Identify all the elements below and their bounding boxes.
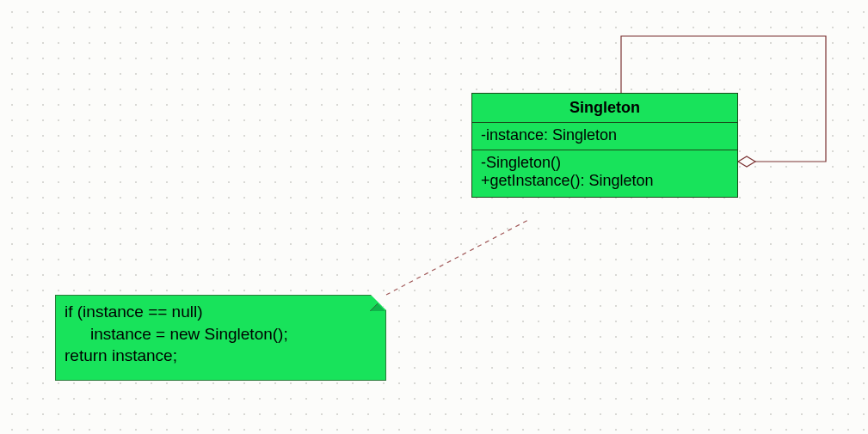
class-operation: +getInstance(): Singleton	[481, 172, 729, 190]
aggregation-diamond-icon	[738, 156, 755, 167]
class-operations: -Singleton() +getInstance(): Singleton	[472, 150, 737, 197]
note-line: if (instance == null)	[65, 301, 377, 323]
uml-note[interactable]: if (instance == null) instance = new Sin…	[55, 295, 386, 381]
diagram-canvas: Singleton -instance: Singleton -Singleto…	[0, 0, 868, 434]
note-anchor-line	[386, 220, 528, 295]
class-attributes: -instance: Singleton	[472, 123, 737, 150]
note-line: instance = new Singleton();	[65, 323, 377, 345]
class-name: Singleton	[472, 94, 737, 123]
uml-class-singleton[interactable]: Singleton -instance: Singleton -Singleto…	[471, 93, 738, 198]
class-attribute: -instance: Singleton	[481, 126, 729, 144]
note-line: return instance;	[65, 345, 377, 367]
class-operation: -Singleton()	[481, 154, 729, 172]
